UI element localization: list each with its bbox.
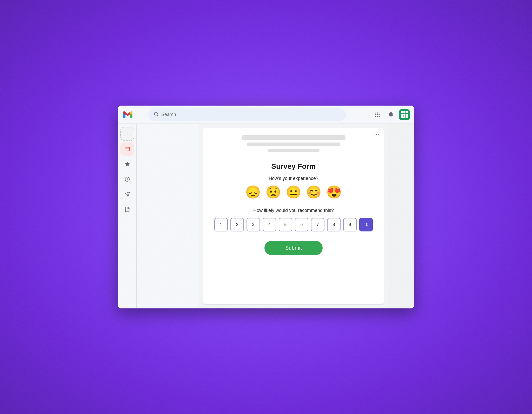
notifications-icon-btn[interactable] bbox=[385, 109, 396, 120]
num-btn-9[interactable]: 9 bbox=[343, 218, 357, 231]
sidebar-item-sent[interactable] bbox=[120, 187, 134, 201]
num-btn-8[interactable]: 8 bbox=[327, 218, 341, 231]
gmail-logo bbox=[122, 109, 134, 120]
survey-container: Survey Form How's your experience? 😞 😟 😐… bbox=[203, 157, 384, 304]
svg-point-10 bbox=[378, 116, 380, 117]
svg-point-9 bbox=[377, 116, 378, 117]
compose-button[interactable]: + bbox=[120, 127, 134, 141]
svg-point-3 bbox=[377, 112, 378, 113]
num-btn-1[interactable]: 1 bbox=[214, 218, 228, 231]
sidebar: + bbox=[118, 124, 137, 308]
num-btn-7[interactable]: 7 bbox=[311, 218, 324, 231]
browser-window: + bbox=[118, 106, 414, 308]
svg-point-5 bbox=[375, 114, 376, 115]
search-bar[interactable] bbox=[148, 108, 346, 121]
emoji-1[interactable]: 😞 bbox=[245, 186, 261, 198]
email-header-bars bbox=[203, 128, 384, 157]
emoji-2[interactable]: 😟 bbox=[265, 186, 281, 198]
header-bar-3 bbox=[268, 149, 320, 152]
svg-point-6 bbox=[377, 114, 378, 115]
emoji-4[interactable]: 😊 bbox=[306, 186, 322, 198]
svg-point-7 bbox=[378, 114, 380, 115]
num-btn-4[interactable]: 4 bbox=[263, 218, 276, 231]
svg-point-2 bbox=[375, 112, 376, 113]
emoji-row: 😞 😟 😐 😊 😍 bbox=[245, 186, 342, 198]
svg-point-8 bbox=[375, 116, 376, 117]
browser-body: + bbox=[118, 124, 414, 308]
klokki-grid bbox=[401, 111, 408, 118]
header-bar-2 bbox=[247, 143, 340, 146]
email-view: ⋮ Survey Form How's your experience? 😞 😟… bbox=[203, 128, 384, 304]
search-icon bbox=[154, 111, 159, 118]
experience-question: How's your experience? bbox=[269, 176, 318, 181]
num-btn-2[interactable]: 2 bbox=[230, 218, 244, 231]
header-bar-1 bbox=[242, 135, 345, 140]
email-list-panel bbox=[137, 124, 199, 308]
top-bar bbox=[118, 106, 414, 124]
compose-icon: + bbox=[125, 131, 129, 137]
num-btn-5[interactable]: 5 bbox=[279, 218, 292, 231]
klokki-icon-btn[interactable] bbox=[399, 109, 410, 120]
apps-icon-btn[interactable] bbox=[372, 109, 383, 120]
more-options-button[interactable]: ⋮ bbox=[374, 132, 380, 137]
num-btn-10[interactable]: 10 bbox=[359, 218, 373, 231]
number-row: 1 2 3 4 5 6 7 8 9 10 bbox=[214, 218, 373, 231]
recommend-question: How likely would you recommend this? bbox=[253, 208, 334, 213]
top-bar-right bbox=[372, 109, 410, 120]
emoji-5[interactable]: 😍 bbox=[326, 186, 342, 198]
num-btn-6[interactable]: 6 bbox=[295, 218, 308, 231]
right-panel bbox=[388, 124, 414, 308]
search-input[interactable] bbox=[161, 112, 341, 117]
sidebar-item-inbox[interactable] bbox=[120, 142, 134, 156]
num-btn-3[interactable]: 3 bbox=[247, 218, 260, 231]
svg-line-1 bbox=[157, 115, 158, 116]
emoji-3[interactable]: 😐 bbox=[286, 186, 301, 198]
sidebar-item-snoozed[interactable] bbox=[120, 172, 134, 186]
svg-rect-12 bbox=[125, 147, 129, 149]
main-content: ⋮ Survey Form How's your experience? 😞 😟… bbox=[199, 124, 388, 308]
survey-title: Survey Form bbox=[271, 162, 316, 171]
sidebar-item-drafts[interactable] bbox=[120, 202, 134, 216]
svg-marker-14 bbox=[125, 162, 129, 166]
sidebar-item-starred[interactable] bbox=[120, 157, 134, 171]
svg-point-4 bbox=[378, 112, 380, 113]
submit-button[interactable]: Submit bbox=[264, 241, 323, 255]
